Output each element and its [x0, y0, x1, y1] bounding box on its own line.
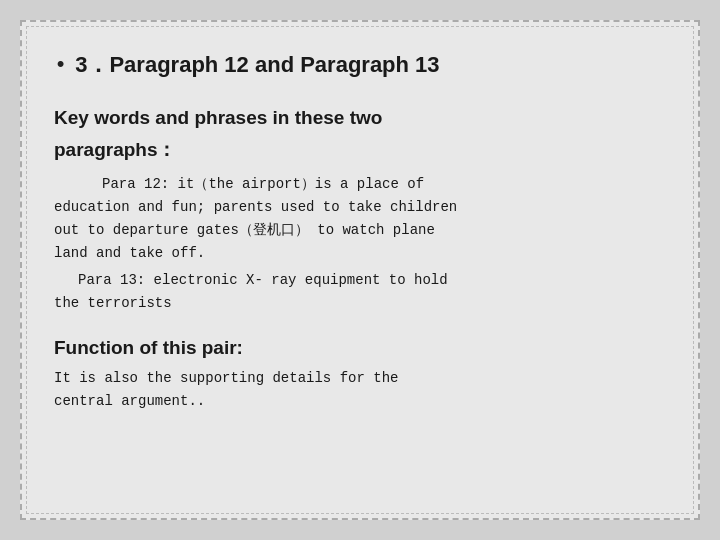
page-title: 3．Paragraph 12 and Paragraph 13 — [75, 50, 439, 80]
title-row: • 3．Paragraph 12 and Paragraph 13 — [54, 50, 666, 80]
para12-line3: out to departure gates（登机口） to watch pla… — [54, 222, 435, 238]
para12-line4: land and take off. — [54, 245, 205, 261]
para12-block: Para 12: it（the airport）is a place of ed… — [54, 173, 666, 265]
function-title: Function of this pair: — [54, 337, 666, 359]
function-line1: It is also the supporting details for th… — [54, 370, 398, 386]
function-body: It is also the supporting details for th… — [54, 367, 666, 413]
main-card: • 3．Paragraph 12 and Paragraph 13 Key wo… — [20, 20, 700, 520]
para13-line2: the terrorists — [54, 295, 172, 311]
key-words-line1: Key words and phrases in these two — [54, 104, 666, 133]
function-line2: central argument.. — [54, 393, 205, 409]
key-words-line2: paragraphs： — [54, 137, 666, 163]
para12-line2: education and fun; parents used to take … — [54, 199, 457, 215]
para12-line1: Para 12: it（the airport）is a place of — [102, 176, 424, 192]
para13-block: Para 13: electronic X- ray equipment to … — [54, 269, 666, 315]
bullet-icon: • — [54, 53, 67, 78]
para13-line1: Para 13: electronic X- ray equipment to … — [78, 272, 448, 288]
function-section: Function of this pair: It is also the su… — [54, 337, 666, 413]
